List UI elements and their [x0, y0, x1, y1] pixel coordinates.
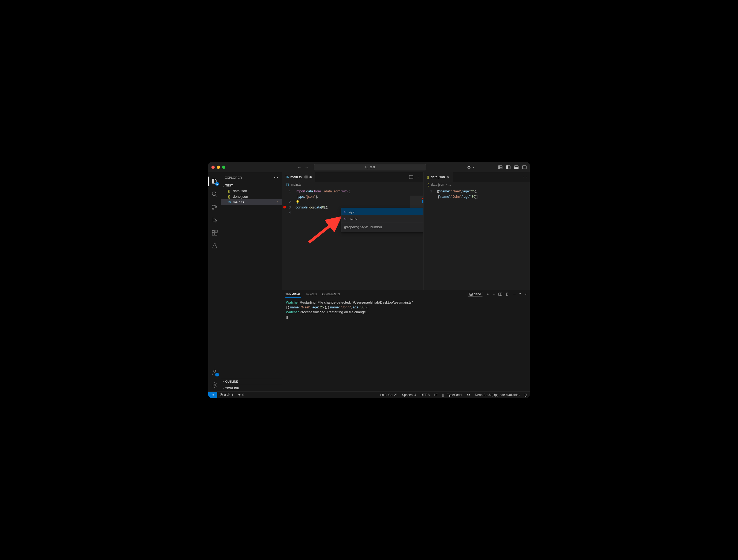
- close-icon[interactable]: ×: [446, 175, 450, 179]
- notifications-icon[interactable]: [522, 393, 530, 397]
- copilot-status-icon[interactable]: [464, 393, 473, 397]
- layout-panel-bottom-icon[interactable]: [514, 165, 518, 169]
- file-deno-json[interactable]: {}deno.json: [221, 194, 282, 199]
- typescript-icon: TS: [286, 183, 289, 186]
- trash-icon[interactable]: [505, 292, 509, 296]
- svg-point-24: [214, 384, 216, 386]
- panel-more-icon[interactable]: ⋯: [512, 292, 515, 296]
- json-icon: {}: [427, 175, 429, 179]
- json-icon: {}: [427, 183, 430, 186]
- svg-line-14: [216, 195, 217, 196]
- cursor-position[interactable]: Ln 3, Col 21: [378, 393, 400, 397]
- nav-back-icon[interactable]: ←: [297, 165, 302, 170]
- extensions-icon[interactable]: [211, 229, 219, 236]
- svg-rect-22: [215, 230, 217, 232]
- close-window-button[interactable]: [212, 165, 215, 169]
- run-debug-icon[interactable]: [211, 216, 219, 224]
- split-editor-icon[interactable]: [409, 175, 413, 179]
- encoding-button[interactable]: UTF-8: [418, 393, 432, 397]
- panel-tabs: TERMINALPORTSCOMMENTS deno ＋ ⌄ ⋯ ⌃ ×: [282, 290, 530, 299]
- svg-rect-10: [514, 167, 518, 169]
- deno-version-button[interactable]: Deno 2.1.6 (Upgrade available): [473, 393, 522, 397]
- terminal-icon: [469, 293, 473, 296]
- nav-forward-icon[interactable]: →: [305, 165, 309, 170]
- title-bar: ← → test: [208, 162, 530, 172]
- folder-test[interactable]: ⌄TEST: [221, 183, 282, 188]
- annotation-arrow: [306, 216, 344, 245]
- typescript-icon: TS: [285, 175, 289, 178]
- svg-point-16: [213, 208, 214, 209]
- suggest-item-name[interactable]: ◇name: [341, 215, 423, 222]
- suggest-item-age[interactable]: ◇age: [341, 208, 423, 215]
- explorer-title: EXPLORER: [225, 176, 242, 179]
- svg-point-17: [216, 206, 217, 208]
- terminal-output[interactable]: Watcher Restarting! File change detected…: [282, 299, 530, 392]
- panel-tab-ports[interactable]: PORTS: [306, 291, 317, 298]
- new-terminal-icon[interactable]: ＋: [486, 292, 489, 297]
- svg-point-36: [239, 394, 240, 395]
- accounts-icon[interactable]: 1: [211, 369, 219, 376]
- svg-point-0: [366, 166, 367, 168]
- nav-controls: ← →: [297, 165, 309, 170]
- ports-button[interactable]: 0: [235, 393, 246, 397]
- tabs-left: TS main.ts 1 ⋯: [282, 172, 423, 182]
- property-icon: ◇: [344, 209, 347, 214]
- copilot-icon[interactable]: [466, 165, 474, 170]
- editor-group-1: TS main.ts 1 ⋯ TS main.ts: [282, 172, 423, 290]
- mac-window-controls: [212, 165, 225, 169]
- svg-line-1: [367, 168, 368, 168]
- tab-data-json[interactable]: {} data.json ×: [424, 172, 453, 182]
- dirty-indicator-icon: [310, 176, 312, 178]
- explorer-icon[interactable]: 1: [211, 178, 219, 185]
- settings-gear-icon[interactable]: [211, 381, 219, 389]
- code-editor-data[interactable]: 1[{"name":"Nael","age":25}, {"name":"Joh…: [424, 187, 530, 290]
- svg-rect-8: [506, 165, 508, 169]
- section-outline[interactable]: ›OUTLINE: [221, 378, 282, 385]
- close-panel-icon[interactable]: ×: [525, 292, 526, 296]
- problems-button[interactable]: 0 1: [217, 393, 235, 397]
- search-text: test: [370, 165, 375, 169]
- command-center-search[interactable]: test: [314, 164, 426, 170]
- vscode-window: ← → test 1: [208, 162, 530, 398]
- panel-tab-comments[interactable]: COMMENTS: [322, 291, 340, 298]
- file-data-json[interactable]: {}data.json: [221, 188, 282, 194]
- search-icon[interactable]: [211, 190, 219, 198]
- status-bar: 0 1 0 Ln 3, Col 21 Spaces: 4 UTF-8 LF {}…: [208, 392, 530, 398]
- breadcrumb-right[interactable]: {} data.json › ...: [424, 182, 530, 187]
- explorer-more-icon[interactable]: ⋯: [274, 175, 279, 180]
- panel-tab-terminal[interactable]: TERMINAL: [285, 291, 301, 298]
- split-terminal-icon[interactable]: [498, 292, 502, 296]
- file-main-ts[interactable]: TSmain.ts1: [221, 199, 282, 205]
- editor-more-icon[interactable]: ⋯: [523, 174, 527, 179]
- terminal-shell-select[interactable]: deno: [468, 292, 483, 297]
- warning-icon: [227, 393, 231, 397]
- editor-more-icon[interactable]: ⋯: [416, 174, 421, 179]
- property-icon: ◇: [344, 216, 347, 221]
- testing-icon[interactable]: [211, 242, 219, 249]
- breadcrumb-left[interactable]: TS main.ts: [282, 182, 423, 187]
- maximize-window-button[interactable]: [222, 165, 225, 169]
- language-mode-button[interactable]: {} TypeScript: [440, 393, 464, 397]
- indentation-button[interactable]: Spaces: 4: [400, 393, 418, 397]
- search-icon: [365, 165, 368, 169]
- minimize-window-button[interactable]: [217, 165, 220, 169]
- layout-sidebar-right-icon[interactable]: [522, 165, 526, 169]
- suggest-detail-text: (property) "age": number: [344, 224, 382, 230]
- intellisense-popup: ◇age◇name (property) "age": number ×: [341, 208, 423, 232]
- svg-point-13: [212, 192, 216, 195]
- explorer-badge: 1: [215, 182, 219, 186]
- source-control-icon[interactable]: [211, 203, 219, 211]
- svg-point-15: [213, 205, 214, 206]
- svg-line-27: [309, 218, 340, 242]
- json-icon: {}: [227, 189, 231, 193]
- activity-bar: 1 1: [208, 172, 221, 392]
- remote-button[interactable]: [208, 392, 217, 398]
- section-timeline[interactable]: ›TIMELINE: [221, 385, 282, 392]
- maximize-panel-icon[interactable]: ⌃: [519, 292, 521, 296]
- code-editor-main[interactable]: 1import data from "./data.json" with { t…: [282, 187, 423, 290]
- layout-panel-icon[interactable]: [498, 165, 502, 169]
- eol-button[interactable]: LF: [432, 393, 440, 397]
- layout-sidebar-left-icon[interactable]: [506, 165, 510, 169]
- tab-main-ts[interactable]: TS main.ts 1: [282, 172, 315, 182]
- accounts-badge: 1: [215, 373, 219, 377]
